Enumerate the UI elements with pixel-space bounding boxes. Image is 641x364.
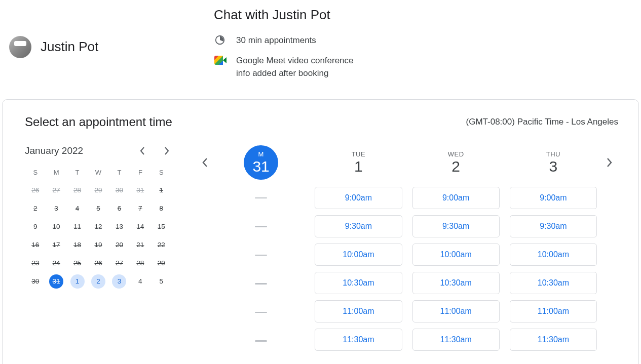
duration-text: 30 min appointments — [236, 34, 316, 47]
mini-cal-dow: M — [46, 166, 66, 181]
mini-cal-day: 23 — [28, 256, 43, 270]
mini-cal-day: 22 — [154, 238, 168, 252]
slot-column: WED29:00am9:30am10:00am10:30am11:00am11:… — [412, 145, 500, 358]
mini-cal-day: 4 — [133, 274, 147, 289]
mini-cal-day: 5 — [154, 274, 168, 289]
mini-cal-day: 10 — [49, 220, 63, 234]
slot-time-button[interactable]: 9:00am — [510, 187, 597, 209]
mini-cal-day: 27 — [112, 256, 126, 270]
slot-time-button[interactable]: 10:00am — [412, 244, 500, 266]
avatar — [9, 36, 31, 58]
slots-prev[interactable] — [196, 145, 213, 180]
slot-day-num: 2 — [448, 158, 464, 175]
mini-cal-day: 2 — [28, 201, 43, 216]
mini-cal-day: 12 — [91, 220, 105, 234]
slot-time-button[interactable]: 9:30am — [412, 215, 500, 237]
mini-cal-dow: S — [25, 166, 46, 181]
mini-cal-day[interactable]: 31 — [49, 274, 63, 289]
slot-day-dow: THU — [546, 150, 560, 158]
event-info: Chat with Justin Pot 30 min appointments… — [214, 7, 632, 87]
mini-cal-day: 11 — [70, 220, 85, 234]
mini-cal-day: 3 — [49, 201, 63, 216]
slot-day-num: 3 — [546, 158, 560, 175]
slot-time-button[interactable]: 11:00am — [315, 300, 402, 322]
mini-cal-day: 20 — [112, 238, 126, 252]
slot-day-header[interactable]: WED2 — [448, 145, 464, 180]
mini-cal-dow: W — [88, 166, 108, 181]
slot-time-button[interactable]: 11:00am — [510, 300, 597, 322]
slot-day-dow: TUE — [352, 150, 366, 158]
slot-day-header[interactable]: M31 — [244, 145, 278, 180]
mini-cal-day: 17 — [49, 238, 63, 252]
mini-cal-day: 21 — [133, 238, 147, 252]
mini-cal-day: 30 — [28, 274, 43, 289]
slot-time-button[interactable]: 11:30am — [412, 329, 500, 351]
slot-empty — [255, 340, 267, 342]
slot-day-header[interactable]: TUE1 — [352, 145, 366, 180]
slot-time-button[interactable]: 9:30am — [315, 215, 402, 237]
slot-empty — [255, 255, 267, 256]
mini-cal-day: 14 — [133, 220, 147, 234]
slot-day-dow: M — [244, 150, 278, 158]
slot-time-button[interactable]: 11:00am — [412, 300, 500, 322]
slot-day-num: 31 — [244, 158, 278, 175]
slot-empty — [255, 312, 267, 313]
mini-cal-day: 5 — [91, 201, 105, 216]
mini-cal-day[interactable]: 3 — [112, 274, 126, 289]
mini-cal-day: 26 — [91, 256, 105, 270]
slot-time-button[interactable]: 10:00am — [510, 244, 597, 266]
mini-cal-prev[interactable] — [137, 146, 147, 156]
mini-cal-dow: F — [130, 166, 150, 181]
mini-cal-title: January 2022 — [25, 145, 83, 156]
mini-calendar: January 2022 SMTWTFS26272829303112345678… — [25, 145, 172, 358]
slot-time-button[interactable]: 10:00am — [315, 244, 402, 266]
mini-cal-day: 7 — [133, 201, 147, 216]
slot-time-button[interactable]: 10:30am — [510, 272, 597, 294]
slots-next[interactable] — [601, 145, 618, 180]
slot-day-dow: WED — [448, 150, 464, 158]
mini-cal-dow: T — [109, 166, 130, 181]
mini-cal-day: 9 — [28, 220, 43, 234]
slot-empty — [255, 197, 267, 199]
mini-cal-day: 26 — [28, 183, 43, 197]
slot-empty — [255, 226, 267, 227]
mini-cal-day: 16 — [28, 238, 43, 252]
mini-cal-day: 18 — [70, 238, 85, 252]
mini-cal-day: 6 — [112, 201, 126, 216]
slot-time-button[interactable]: 9:30am — [510, 215, 597, 237]
slot-empty — [255, 283, 267, 285]
mini-cal-day: 1 — [154, 183, 168, 197]
mini-cal-day: 28 — [133, 256, 147, 270]
mini-cal-day[interactable]: 1 — [70, 274, 85, 289]
mini-cal-day: 24 — [49, 256, 63, 270]
mini-cal-dow: S — [151, 166, 172, 181]
slot-time-button[interactable]: 9:00am — [315, 187, 402, 209]
select-title: Select an appointment time — [25, 115, 172, 129]
mini-cal-day[interactable]: 2 — [91, 274, 105, 289]
mini-cal-day: 13 — [112, 220, 126, 234]
slot-time-button[interactable]: 11:30am — [315, 329, 402, 351]
timezone-label[interactable]: (GMT-08:00) Pacific Time - Los Angeles — [466, 117, 618, 127]
mini-cal-day: 4 — [70, 201, 85, 216]
mini-cal-day: 25 — [70, 256, 85, 270]
event-title: Chat with Justin Pot — [214, 7, 632, 23]
mini-cal-day: 30 — [112, 183, 126, 197]
slot-column: M31 — [217, 145, 305, 358]
meet-icon — [214, 54, 226, 66]
mini-cal-day: 29 — [91, 183, 105, 197]
profile-block: Justin Pot — [9, 7, 202, 87]
duration-icon — [214, 34, 226, 46]
slot-time-button[interactable]: 10:30am — [412, 272, 500, 294]
mini-cal-day: 15 — [154, 220, 168, 234]
mini-cal-day: 29 — [154, 256, 168, 270]
slot-time-button[interactable]: 9:00am — [412, 187, 500, 209]
mini-cal-next[interactable] — [162, 146, 172, 156]
slot-day-header[interactable]: THU3 — [546, 145, 560, 180]
slot-time-button[interactable]: 11:30am — [510, 329, 597, 351]
slot-time-button[interactable]: 10:30am — [315, 272, 402, 294]
mini-cal-day: 31 — [133, 183, 147, 197]
mini-cal-day: 27 — [49, 183, 63, 197]
slot-column: TUE19:00am9:30am10:00am10:30am11:00am11:… — [315, 145, 402, 358]
slot-column: THU39:00am9:30am10:00am10:30am11:00am11:… — [510, 145, 597, 358]
meet-text: Google Meet video conferenceinfo added a… — [236, 54, 354, 80]
